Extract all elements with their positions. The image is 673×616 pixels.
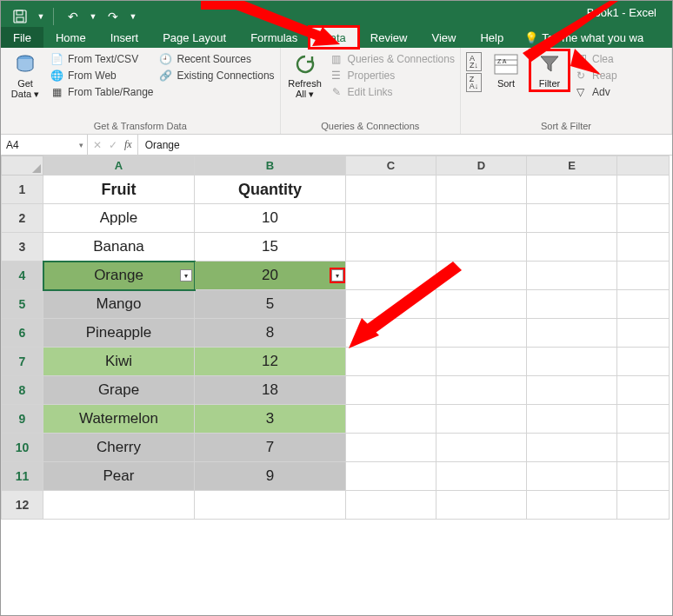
cell-A2[interactable]: Apple	[43, 204, 195, 233]
tab-help[interactable]: Help	[468, 27, 516, 48]
tab-page-layout[interactable]: Page Layout	[150, 27, 238, 48]
col-header-E[interactable]: E	[527, 156, 617, 176]
cell-A6[interactable]: Pineapple	[43, 319, 195, 348]
row-header-7[interactable]: 7	[2, 348, 43, 376]
cell-B6[interactable]: 8	[195, 319, 346, 348]
redo-dropdown[interactable]: ▼	[129, 6, 137, 27]
queries-connections-button[interactable]: ▥Queries & Connections	[330, 52, 455, 66]
row-header-6[interactable]: 6	[2, 319, 43, 348]
filter-dropdown-A4[interactable]: ▾	[180, 269, 192, 282]
from-web-button[interactable]: 🌐From Web	[50, 69, 154, 83]
cell-B3[interactable]: 15	[195, 233, 346, 262]
tab-home[interactable]: Home	[43, 27, 98, 48]
cell-A3[interactable]: Banana	[43, 233, 195, 262]
cell-A8[interactable]: Grape	[43, 376, 195, 405]
existing-connections-button[interactable]: 🔗Existing Connections	[159, 69, 275, 83]
tab-file[interactable]: File	[1, 27, 43, 48]
cell-B5[interactable]: 5	[195, 290, 346, 319]
properties-button: ☰Properties	[330, 69, 455, 83]
tab-insert[interactable]: Insert	[98, 27, 151, 48]
row-header-4[interactable]: 4	[2, 262, 43, 290]
col-header-C[interactable]: C	[346, 156, 436, 176]
sort-icon: Z A	[494, 52, 518, 76]
tab-formulas[interactable]: Formulas	[238, 27, 310, 48]
spreadsheet-grid[interactable]: A B C D E 1 Fruit Quantity 2 Apple 10 3 …	[1, 156, 672, 520]
formula-input[interactable]: Orange	[138, 135, 672, 155]
web-icon: 🌐	[50, 69, 63, 83]
tab-review[interactable]: Review	[358, 27, 420, 48]
cell-E1[interactable]	[527, 176, 617, 204]
sort-asc-icon: AZ↓	[466, 52, 482, 71]
sort-button[interactable]: Z A Sort	[487, 50, 525, 90]
from-table-button[interactable]: ▦From Table/Range	[50, 85, 154, 99]
cell-A11[interactable]: Pear	[43, 462, 195, 491]
cell-B10[interactable]: 7	[195, 434, 346, 462]
tell-me-search[interactable]: 💡Tell me what you wa	[516, 28, 652, 48]
cell-B7[interactable]: 12	[195, 348, 346, 376]
tab-view[interactable]: View	[419, 27, 468, 48]
row-header-11[interactable]: 11	[2, 462, 43, 491]
cell-A12[interactable]	[43, 491, 195, 520]
cell-A9[interactable]: Watermelon	[43, 405, 195, 434]
filter-dropdown-B4[interactable]: ▾	[331, 269, 343, 282]
ribbon-tabs: File Home Insert Page Layout Formulas Da…	[1, 27, 652, 48]
cell-B2[interactable]: 10	[195, 204, 346, 233]
table-icon: ▦	[50, 85, 63, 99]
group-sort-filter: AZ↓ ZA↓ Z A Sort Filter ⌧Clea ↻Reap ▽Adv	[461, 48, 672, 134]
save-button[interactable]	[8, 6, 32, 27]
tell-me-label: Tell me what you wa	[542, 31, 643, 44]
cell-A4[interactable]: Orange▾	[43, 262, 195, 290]
cell-A10[interactable]: Cherry	[43, 434, 195, 462]
fx-icon[interactable]: fx	[124, 138, 132, 151]
cell-A1[interactable]: Fruit	[43, 176, 195, 204]
row-header-8[interactable]: 8	[2, 376, 43, 405]
edit-links-button: ✎Edit Links	[330, 85, 455, 99]
row-header-10[interactable]: 10	[2, 434, 43, 462]
name-box[interactable]: A4	[1, 135, 88, 155]
title-bar: ▼ ↶ ▼ ↷ ▼ Book1 - Excel File Home Insert…	[1, 1, 672, 48]
cell-B9[interactable]: 3	[195, 405, 346, 434]
cell-A5[interactable]: Mango	[43, 290, 195, 319]
cell-B1[interactable]: Quantity	[195, 176, 346, 204]
col-header-A[interactable]: A	[43, 156, 195, 176]
refresh-all-button[interactable]: Refresh All ▾	[286, 50, 324, 101]
cell-C1[interactable]	[346, 176, 436, 204]
cell-B11[interactable]: 9	[195, 462, 346, 491]
cell-A7[interactable]: Kiwi	[43, 348, 195, 376]
redo-button[interactable]: ↷	[101, 6, 125, 27]
enter-icon[interactable]: ✓	[109, 139, 117, 151]
ribbon: Get Data ▾ 📄From Text/CSV 🌐From Web ▦Fro…	[1, 48, 672, 135]
col-header-extra[interactable]	[617, 156, 670, 176]
cell-B12[interactable]	[195, 491, 346, 520]
group-label-get-transform: Get & Transform Data	[6, 120, 275, 132]
cancel-icon[interactable]: ✕	[93, 139, 102, 151]
advanced-filter-button[interactable]: ▽Adv	[574, 85, 617, 99]
cell-D1[interactable]	[436, 176, 527, 204]
row-header-1[interactable]: 1	[2, 176, 43, 204]
sort-asc-button[interactable]: AZ↓	[466, 52, 482, 71]
from-text-csv-button[interactable]: 📄From Text/CSV	[50, 52, 154, 66]
row-header-3[interactable]: 3	[2, 233, 43, 262]
svg-rect-2	[17, 17, 23, 22]
row-header-5[interactable]: 5	[2, 290, 43, 319]
col-header-B[interactable]: B	[195, 156, 346, 176]
refresh-label: Refresh All ▾	[288, 78, 323, 99]
get-data-button[interactable]: Get Data ▾	[6, 50, 44, 101]
cell-B4[interactable]: 20▾	[195, 262, 346, 290]
group-get-transform: Get Data ▾ 📄From Text/CSV 🌐From Web ▦Fro…	[1, 48, 281, 134]
undo-button[interactable]: ↶	[61, 6, 85, 27]
recent-sources-button[interactable]: 🕘Recent Sources	[159, 52, 275, 66]
filter-button[interactable]: Filter	[530, 50, 569, 90]
select-all-corner[interactable]	[2, 156, 43, 176]
undo-dropdown[interactable]: ▼	[89, 6, 97, 27]
recent-icon: 🕘	[159, 52, 173, 66]
col-header-D[interactable]: D	[436, 156, 527, 176]
cell-B8[interactable]: 18	[195, 376, 346, 405]
clear-icon: ⌧	[574, 52, 588, 66]
qat-dropdown[interactable]: ▼	[36, 6, 46, 27]
row-header-9[interactable]: 9	[2, 405, 43, 434]
sort-desc-button[interactable]: ZA↓	[466, 73, 482, 92]
row-header-12[interactable]: 12	[2, 491, 43, 520]
tab-data[interactable]: Data	[310, 27, 357, 48]
row-header-2[interactable]: 2	[2, 204, 43, 233]
